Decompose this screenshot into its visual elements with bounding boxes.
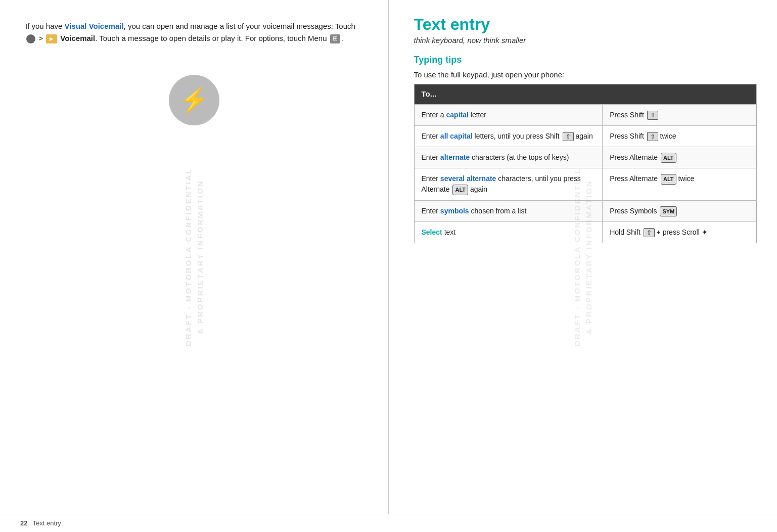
highlight-symbols: symbols [440,207,469,215]
highlight-several-alternate: several alternate [440,174,496,183]
page-title: Text entry [414,15,757,34]
shift-key-icon: ⇧ [563,132,574,141]
draft-watermark-left: DRAFT - MOTOROLA CONFIDENTIAL & PROPRIET… [182,167,205,346]
table-cell-action: Enter all capital letters, until you pre… [414,125,603,147]
table-cell-action: Select text [414,222,603,243]
footer-page-label: Text entry [32,519,61,527]
table-row: Enter alternate characters (at the tops … [414,147,757,168]
table-cell-instruction: Press Symbols SYM [603,200,757,222]
table-cell-action: Enter a capital letter [414,104,603,125]
highlight-select: Select [422,228,442,236]
alt-key-badge: ALT [452,185,468,195]
sym-key-badge: SYM [660,206,677,217]
table-row: Select text Hold Shift ⇧ + press Scroll … [414,222,757,243]
table-row: Enter all capital letters, until you pre… [414,125,757,147]
table-header-row: To... [414,84,757,105]
footer: 22 Text entry [0,514,777,532]
shift-key-icon: ⇧ [647,111,658,120]
shift-key-icon: ⇧ [647,132,658,141]
table-row: Enter symbols chosen from a list Press S… [414,200,757,222]
table-cell-action: Enter alternate characters (at the tops … [414,147,603,168]
table-cell-instruction: Hold Shift ⇧ + press Scroll ✦ [603,222,757,243]
left-paragraph: If you have Visual Voicemail, you can op… [25,20,363,45]
left-column: If you have Visual Voicemail, you can op… [0,0,389,514]
page-number: 22 [20,519,27,527]
home-icon [26,34,35,43]
table-row: Enter a capital letter Press Shift ⇧ [414,104,757,125]
table-row: Enter several alternate characters, unti… [414,168,757,201]
table-cell-action: Enter several alternate characters, unti… [414,168,603,201]
page-subtitle: think keyboard, now think smaller [414,36,757,45]
alt-key-badge: ALT [661,153,676,163]
table-cell-instruction: Press Alternate ALT [603,147,757,168]
lightning-bolt-icon: ⚡ [169,75,219,125]
section-title: Typing tips [414,55,757,65]
typing-tips-table: To... Enter a capital letter Press Shift… [414,84,757,243]
section-intro: To use the full keypad, just open your p… [414,70,757,79]
visual-voicemail-link: Visual Voicemail [65,22,124,30]
table-header-cell: To... [414,84,757,105]
highlight-all-capital: all capital [440,132,473,140]
shift-key-icon: ⇧ [644,228,655,237]
table-cell-instruction: Press Shift ⇧ twice [603,125,757,147]
right-column: Text entry think keyboard, now think sma… [389,0,778,514]
highlight-alternate: alternate [440,153,470,161]
table-cell-instruction: Press Alternate ALT twice [603,168,757,201]
voicemail-label: Voicemail [60,34,95,42]
voicemail-icon [46,34,57,43]
alt-key-badge: ALT [661,174,676,185]
table-cell-instruction: Press Shift ⇧ [603,104,757,125]
bolt-icon-container: ⚡ [25,75,363,125]
highlight-capital: capital [446,111,469,119]
menu-icon [330,34,340,43]
table-cell-action: Enter symbols chosen from a list [414,200,603,222]
